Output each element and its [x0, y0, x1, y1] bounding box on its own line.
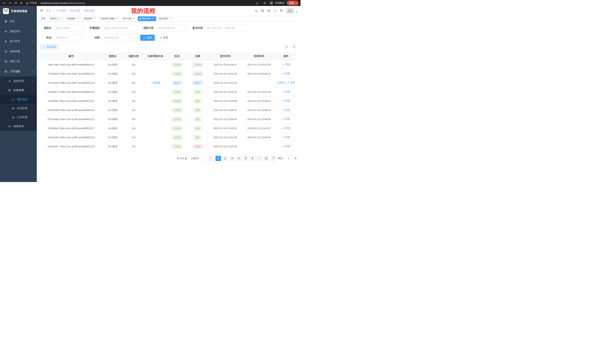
detail-button[interactable]: 详情 — [282, 126, 290, 130]
avatar[interactable] — [287, 8, 294, 14]
process-name-input[interactable] — [53, 25, 84, 31]
detail-button[interactable]: 详情 — [282, 63, 290, 66]
app-logo[interactable]: 芋道管理系统 — [0, 6, 37, 16]
github-icon[interactable] — [261, 9, 264, 12]
more-pages-button[interactable]: ··· — [257, 156, 262, 161]
reload-icon[interactable] — [13, 0, 18, 6]
page-size-select[interactable]: 10条/页 — [189, 156, 207, 161]
reset-button[interactable]: 重置 — [157, 35, 171, 41]
page-button-6[interactable]: 6 — [250, 156, 255, 161]
process-table: 编号流程名流程分类当前审批任务状态结果提交时间结束时间操作 3ad174fb-7… — [40, 52, 297, 151]
breadcrumb-item[interactable]: 工作流程 — [55, 9, 66, 12]
sidebar-item-process-manage[interactable]: 流程管理 — [0, 77, 37, 86]
sidebar-item-done-task[interactable]: 已办任务 — [0, 113, 37, 122]
detail-button[interactable]: 详情 — [282, 117, 290, 121]
close-icon[interactable]: × — [77, 18, 79, 20]
cell-actions: 详情 — [276, 87, 297, 96]
close-icon[interactable]: × — [169, 18, 171, 20]
font-size-icon[interactable]: TT — [280, 9, 283, 12]
home-icon[interactable] — [19, 0, 24, 6]
active-dot — [140, 18, 141, 19]
fullscreen-icon[interactable] — [274, 9, 277, 12]
page-button-4[interactable]: 4 — [236, 156, 242, 161]
sidebar-item-workflow[interactable]: 工作流程 — [0, 67, 37, 77]
key-icon[interactable] — [255, 0, 260, 6]
update-button[interactable]: 更新 — [287, 0, 299, 5]
sidebar-item-my-process[interactable]: 我的流程 — [0, 95, 37, 104]
sidebar-item-infra[interactable]: 基础设施 — [0, 46, 37, 56]
create-process-button[interactable]: 发起流程 — [40, 44, 59, 50]
breadcrumb-item[interactable]: 我的流程 — [84, 9, 95, 12]
tab-home[interactable]: 首页 — [39, 16, 47, 21]
help-icon[interactable] — [267, 9, 270, 12]
caret-down-icon[interactable] — [296, 12, 298, 13]
refresh-table-button[interactable] — [291, 44, 297, 50]
search-icon[interactable] — [255, 9, 258, 12]
cell-current-task — [144, 69, 167, 78]
column-header: 流程名 — [102, 52, 123, 60]
cancel-button[interactable]: 取消 — [278, 81, 285, 84]
detail-button[interactable]: 详情 — [282, 72, 290, 75]
sidebar-item-todo-task[interactable]: 待办任务 — [0, 104, 37, 113]
chevron-down-icon — [80, 37, 82, 39]
close-icon[interactable]: × — [94, 18, 96, 20]
cell-result: 通过 — [187, 115, 208, 124]
search-button[interactable]: 搜索 — [140, 35, 155, 41]
result-select[interactable]: 请选择流结果 — [102, 35, 138, 41]
security-indicator[interactable]: 不安全 — [26, 1, 37, 5]
detail-button[interactable]: 详情 — [282, 99, 290, 103]
tab-start-process[interactable]: 发起流程× — [157, 16, 173, 21]
sidebar-item-system[interactable]: 系统管理 — [0, 26, 37, 36]
chevron-down-icon — [32, 60, 34, 62]
result-badge: 处理中 — [192, 81, 203, 85]
back-icon[interactable] — [2, 0, 7, 6]
tab-my-process[interactable]: 我的流程× — [138, 16, 156, 21]
page-button-11[interactable]: 11 — [263, 156, 269, 161]
tab-process-form[interactable]: 流程表单× — [82, 16, 98, 21]
tab-process-model[interactable]: 流程模型× — [65, 16, 81, 21]
column-header: 当前审批任务 — [144, 52, 167, 60]
forward-icon[interactable] — [7, 0, 13, 6]
divider — [39, 2, 39, 4]
category-select[interactable]: 请选择流程分类 — [156, 25, 187, 31]
sidebar-item-payment[interactable]: ¥支付管理 — [0, 36, 37, 46]
close-icon[interactable]: × — [60, 18, 62, 20]
sidebar-item-devtools[interactable]: 研发工具 — [0, 56, 37, 67]
address-bar[interactable]: 不安全 dashboard.yudao.iocoder.cn/bpm/task/… — [26, 1, 254, 5]
sidebar-item-home[interactable]: 首页 — [0, 16, 37, 26]
page-button-1[interactable]: 1 — [215, 156, 221, 161]
hamburger-icon[interactable] — [40, 9, 43, 13]
sidebar-item-leave-query[interactable]: 请假查询 — [0, 122, 37, 131]
menu-dots-icon[interactable] — [295, 2, 297, 4]
detail-button[interactable]: 详情 — [282, 136, 290, 139]
show-search-button[interactable] — [284, 44, 289, 50]
tab-user-group[interactable]: 用户分组× — [121, 16, 137, 21]
date-range-picker[interactable]: 开始日期 - 结束日期 — [205, 25, 246, 31]
prev-page-button[interactable] — [208, 156, 214, 161]
close-icon[interactable]: × — [133, 18, 135, 20]
detail-button[interactable]: 详情 — [282, 108, 290, 112]
cell-submit-time: 2022-01-23 00:06:17 — [208, 60, 242, 69]
cell-id: 7470a810-7b9b-11ec-b5b7-acde48001122 — [40, 69, 102, 78]
breadcrumb-item[interactable]: 首页 — [46, 9, 51, 12]
detail-button[interactable]: 详情 — [287, 81, 295, 84]
detail-button[interactable]: 详情 — [282, 145, 290, 148]
close-icon[interactable]: × — [116, 18, 118, 20]
page-button-5[interactable]: 5 — [243, 156, 249, 161]
status-select[interactable]: 请选择状态 — [53, 35, 84, 41]
page-button-3[interactable]: 3 — [229, 156, 235, 161]
cell-submit-time: 2022-01-22 23:53:32 — [208, 78, 242, 87]
tab-process-definition[interactable]: 流程定义× — [48, 16, 64, 21]
process-definition-label: 所属流程 — [84, 26, 102, 30]
process-definition-input[interactable] — [102, 25, 138, 31]
current-task-link[interactable]: 一级审批 — [150, 81, 160, 84]
tab-process-form-edit[interactable]: 流程表单-编辑× — [99, 16, 120, 21]
next-page-button[interactable] — [271, 156, 276, 161]
star-icon[interactable] — [262, 0, 267, 6]
detail-button[interactable]: 详情 — [282, 90, 290, 94]
sidebar-item-task-manage[interactable]: 任务管理 — [0, 86, 37, 95]
breadcrumb-item[interactable]: 任务管理 — [70, 9, 80, 12]
page-jump-input[interactable] — [285, 156, 293, 161]
page-button-2[interactable]: 2 — [222, 156, 228, 161]
close-icon[interactable]: × — [152, 18, 155, 20]
